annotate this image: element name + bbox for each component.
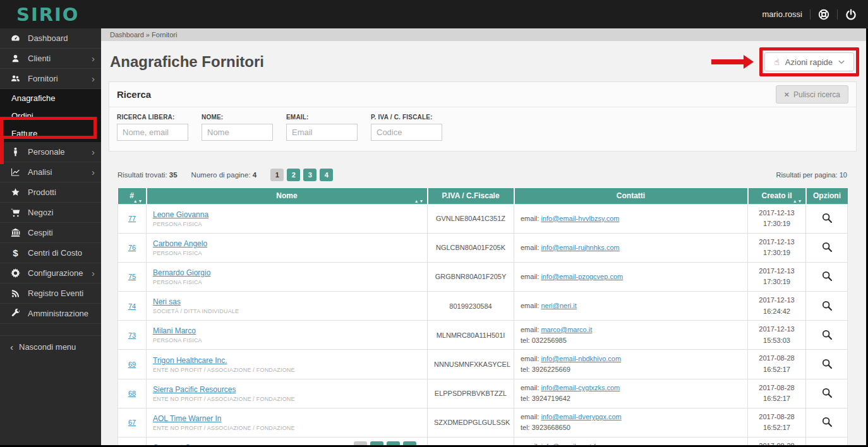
- supplier-piva: 80199230584: [428, 292, 514, 321]
- view-supplier-search-icon[interactable]: [821, 358, 833, 369]
- supplier-id-link[interactable]: 73: [128, 331, 136, 339]
- supplier-id-link[interactable]: 68: [128, 390, 136, 397]
- column-header-nome[interactable]: Nome▲▼: [147, 188, 428, 204]
- sidebar-collapse-button[interactable]: ‹ Nascondi menu: [0, 335, 101, 358]
- pagination-top: 1234: [270, 169, 336, 181]
- star-icon: [10, 188, 21, 197]
- contact-email-link[interactable]: info@email-hvvlbzsy.com: [541, 215, 619, 222]
- sidebar-item-anagrafiche[interactable]: Anagrafiche: [0, 89, 101, 107]
- sidebar-item-centri-di-costo[interactable]: $Centri di Costo: [0, 243, 101, 263]
- page-button-4[interactable]: 4: [320, 169, 333, 181]
- sidebar-item-fornitori[interactable]: Fornitori›: [0, 69, 101, 89]
- chevron-right-icon: ›: [92, 147, 95, 157]
- quick-actions-button[interactable]: ☝ Azioni rapide: [764, 52, 854, 71]
- page-button-2[interactable]: 2: [287, 169, 300, 181]
- chevron-right-icon: ›: [92, 74, 95, 83]
- contact-email-link[interactable]: info@email-dverypgx.com: [541, 413, 621, 420]
- supplier-contacts: email: info@email-dverypgx.comtel: 39236…: [514, 408, 748, 437]
- breadcrumb[interactable]: Dashboard » Fornitori: [101, 28, 868, 41]
- sidebar-item-fatture[interactable]: Fatture: [0, 124, 101, 142]
- contact-email-link[interactable]: info@email-cygtxzks.com: [541, 384, 620, 391]
- view-supplier-search-icon[interactable]: [821, 329, 833, 340]
- email-label: email:: [521, 273, 539, 280]
- supplier-name-link[interactable]: Carbone Angelo: [153, 239, 207, 248]
- sidebar-item-label: Amministrazione: [28, 309, 88, 318]
- supplier-name-link[interactable]: AOL Time Warner In: [153, 414, 221, 423]
- view-supplier-search-icon[interactable]: [821, 300, 833, 311]
- supplier-id-link[interactable]: 67: [128, 419, 136, 426]
- supplier-id-link[interactable]: 74: [128, 302, 136, 310]
- chart-icon: [10, 167, 21, 177]
- view-supplier-search-icon[interactable]: [821, 387, 833, 398]
- sidebar-item-ordini[interactable]: Ordini: [0, 107, 101, 124]
- users-icon: [10, 74, 21, 83]
- page-button-1[interactable]: 1: [270, 169, 284, 181]
- supplier-id-link[interactable]: 77: [128, 215, 136, 222]
- view-supplier-search-icon[interactable]: [821, 241, 833, 253]
- supplier-name-link[interactable]: Milani Marco: [153, 326, 196, 335]
- table-row: 68Sierra Pacific ResourcesENTE NO PROFIT…: [118, 379, 848, 408]
- sidebar-item-personale[interactable]: Personale›: [0, 142, 101, 162]
- page-button-3[interactable]: 3: [303, 169, 316, 181]
- chevron-left-icon: ‹: [10, 342, 13, 352]
- email-input[interactable]: [286, 124, 358, 141]
- column-header-contatti: Contatti: [514, 188, 748, 204]
- dashboard-icon: [10, 33, 21, 43]
- per-page: Risultati per pagina: 10: [776, 171, 847, 179]
- pages-count-label: Numero di pagine:: [191, 171, 251, 179]
- supplier-id-link[interactable]: 76: [128, 244, 136, 251]
- supplier-name-link[interactable]: Bernardo Giorgio: [153, 268, 210, 277]
- view-supplier-search-icon[interactable]: [821, 416, 833, 427]
- supplier-piva: NGLCBN80A01F205K: [428, 233, 514, 262]
- table-row: 77Leone GiovannaPERSONA FISICAGVNLNE80A4…: [118, 204, 848, 233]
- supplier-name-link[interactable]: Trigon Healthcare Inc.: [153, 356, 227, 365]
- view-supplier-search-icon[interactable]: [821, 270, 833, 282]
- column-header-[interactable]: #▲▼: [118, 188, 147, 204]
- ricerca-libera-input[interactable]: [117, 124, 188, 141]
- user-icon: [10, 54, 21, 63]
- supplier-id-link[interactable]: 69: [128, 361, 136, 368]
- sidebar-item-configurazione[interactable]: Configurazione›: [0, 263, 101, 283]
- sidebar-item-cespiti[interactable]: Cespiti: [0, 223, 101, 243]
- sidebar-item-amministrazione[interactable]: Amministrazione: [0, 304, 101, 324]
- logout-power-icon[interactable]: [845, 9, 857, 20]
- sidebar-item-label: Dashboard: [28, 33, 68, 43]
- divider: [810, 9, 811, 20]
- sidebar-item-prodotti[interactable]: Prodotti: [0, 182, 101, 203]
- main-content: Dashboard » Fornitori Anagrafiche Fornit…: [101, 28, 868, 447]
- contact-email-link[interactable]: marco@marco.it: [541, 326, 592, 333]
- supplier-type: ENTE NO PROFIT / ASSOCIAZIONE / FONDAZIO…: [153, 367, 421, 373]
- cart-icon: [10, 208, 21, 217]
- contact-email-link[interactable]: info@email-rujhnhks.com: [541, 244, 619, 251]
- table-header-row: #▲▼Nome▲▼P.IVA / C.FiscaleContattiCreato…: [118, 188, 848, 204]
- username-menu[interactable]: mario.rossi: [762, 9, 802, 19]
- app-logo[interactable]: SIRIO: [0, 4, 101, 25]
- supplier-name-link[interactable]: Sierra Pacific Resources: [153, 385, 236, 394]
- search-field-p-iva-c-fiscale: P. IVA / C. FISCALE:: [371, 114, 442, 141]
- search-panel: Ricerca × Pulisci ricerca RICERCA LIBERA…: [109, 81, 857, 152]
- contact-email-link[interactable]: info@email-nbdkhivo.com: [541, 355, 621, 362]
- contact-email-link[interactable]: info@email-pzogcvep.com: [541, 273, 623, 280]
- supplier-id-link[interactable]: 75: [128, 273, 136, 280]
- sidebar-item-analisi[interactable]: Analisi›: [0, 162, 101, 182]
- sidebar-item-registro-eventi[interactable]: Registro Eventi: [0, 283, 101, 304]
- sidebar-item-clienti[interactable]: Clienti›: [0, 49, 101, 69]
- chevron-right-icon: ›: [92, 54, 95, 63]
- sort-arrows-icon: ▲▼: [414, 199, 425, 203]
- supplier-name-link[interactable]: Leone Giovanna: [153, 210, 208, 219]
- contact-email-link[interactable]: neri@neri.it: [541, 302, 576, 309]
- supplier-name-link[interactable]: Neri sas: [153, 297, 181, 306]
- sidebar-item-dashboard[interactable]: Dashboard: [0, 28, 101, 49]
- column-header-opzioni: Opzioni: [806, 188, 848, 204]
- email-label: email:: [521, 384, 539, 391]
- table-row: 67AOL Time Warner InENTE NO PROFIT / ASS…: [118, 408, 848, 437]
- support-life-ring-icon[interactable]: [818, 9, 829, 20]
- p-iva-c-fiscale-input[interactable]: [371, 124, 442, 141]
- column-header-creato-il[interactable]: Creato il▲▼: [748, 188, 806, 204]
- topbar-right: mario.rossi: [762, 9, 868, 20]
- view-supplier-search-icon[interactable]: [821, 212, 833, 224]
- nome-input[interactable]: [202, 124, 273, 141]
- sidebar-item-label: Negozi: [28, 208, 53, 217]
- sidebar-item-negozi[interactable]: Negozi: [0, 203, 101, 223]
- clear-search-button[interactable]: × Pulisci ricerca: [776, 85, 848, 104]
